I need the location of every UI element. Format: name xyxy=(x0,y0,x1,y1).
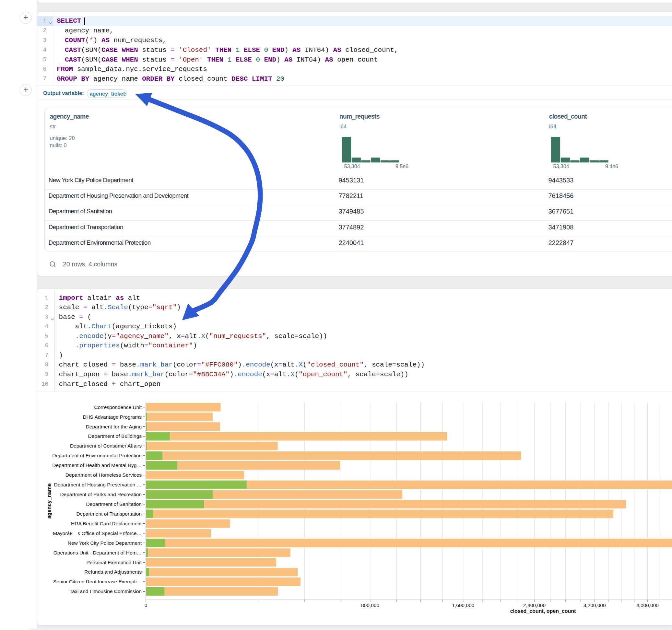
svg-text:closed_count, open_count: closed_count, open_count xyxy=(510,608,576,614)
svg-text:Mayorâ€ s Office of Special E: Mayorâ€ s Office of Special Enforce… xyxy=(53,531,142,536)
svg-text:0: 0 xyxy=(145,602,147,608)
svg-text:Department of Environmental Pr: Department of Environmental Protection xyxy=(52,453,142,458)
svg-text:3,200,000: 3,200,000 xyxy=(583,602,606,608)
svg-text:New York City Police Departmen: New York City Police Department xyxy=(68,540,142,546)
svg-text:Department of Homeless Service: Department of Homeless Services xyxy=(66,472,142,478)
svg-text:Department of Parks and Recrea: Department of Parks and Recreation xyxy=(60,492,142,497)
svg-text:Department of Consumer Affairs: Department of Consumer Affairs xyxy=(70,443,142,449)
svg-text:Operations Unit - Department o: Operations Unit - Department of Hom… xyxy=(53,550,142,555)
svg-text:Department of Health and Menta: Department of Health and Mental Hyg… xyxy=(52,462,142,468)
svg-text:2,400,000: 2,400,000 xyxy=(523,602,546,608)
svg-text:Taxi and Limousine Commission: Taxi and Limousine Commission xyxy=(70,588,142,594)
svg-text:800,000: 800,000 xyxy=(361,602,379,608)
svg-text:Senior Citizen Rent Increase E: Senior Citizen Rent Increase Exempti… xyxy=(53,579,142,584)
svg-text:HRA Benefit Card Replacement: HRA Benefit Card Replacement xyxy=(71,521,142,526)
svg-text:Department of Housing Preserva: Department of Housing Preservation … xyxy=(54,482,142,487)
svg-text:Department of Buildings: Department of Buildings xyxy=(88,433,142,439)
svg-text:1,600,000: 1,600,000 xyxy=(452,602,474,608)
svg-text:Refunds and Adjustments: Refunds and Adjustments xyxy=(84,569,142,575)
svg-text:Department for the Aging: Department for the Aging xyxy=(86,424,142,429)
svg-text:Department of Sanitation: Department of Sanitation xyxy=(86,501,142,507)
svg-text:Personal Exemption Unit: Personal Exemption Unit xyxy=(86,560,142,565)
svg-text:DHS Advantage Programs: DHS Advantage Programs xyxy=(83,414,142,420)
svg-text:agency_name: agency_name xyxy=(46,483,52,518)
svg-text:Correspondence Unit: Correspondence Unit xyxy=(94,405,142,410)
svg-text:Department of Transportation: Department of Transportation xyxy=(76,511,142,516)
svg-text:4,000,000: 4,000,000 xyxy=(637,602,659,608)
